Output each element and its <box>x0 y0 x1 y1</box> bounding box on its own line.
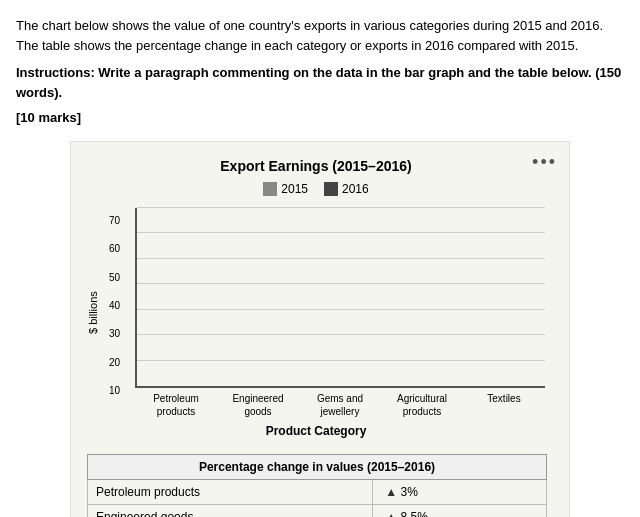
table-row: Engineered goods ▲ 8.5% <box>88 505 547 518</box>
table-cell-value-1: ▲ 3% <box>373 480 547 505</box>
y-tick-50: 50 <box>109 273 120 283</box>
marks-text: [10 marks] <box>16 110 624 125</box>
table-header: Percentage change in values (2015–2016) <box>88 455 547 480</box>
legend-label-2016: 2016 <box>342 182 369 196</box>
chart-inner: Petroleumproducts Engineeredgoods Gems a… <box>103 208 545 418</box>
table-row: Petroleum products ▲ 3% <box>88 480 547 505</box>
chart-container: ••• Export Earnings (2015–2016) 2015 201… <box>70 141 570 517</box>
arrow-up-1: ▲ <box>385 485 397 499</box>
intro-text: The chart below shows the value of one c… <box>16 16 624 55</box>
legend-label-2015: 2015 <box>281 182 308 196</box>
more-button[interactable]: ••• <box>532 152 557 173</box>
instructions-text: Instructions: Write a paragraph commenti… <box>16 63 624 102</box>
table-wrapper: Percentage change in values (2015–2016) … <box>87 454 547 517</box>
y-tick-60: 60 <box>109 244 120 254</box>
arrow-up-2: ▲ <box>385 510 397 517</box>
x-label-petroleum: Petroleumproducts <box>146 392 206 418</box>
table-cell-category-2: Engineered goods <box>88 505 373 518</box>
chart-legend: 2015 2016 <box>87 182 545 196</box>
bars-and-grid <box>135 208 545 388</box>
y-axis-label: $ billions <box>87 208 99 418</box>
legend-2015: 2015 <box>263 182 308 196</box>
y-tick-30: 30 <box>109 329 120 339</box>
table-cell-value-2: ▲ 8.5% <box>373 505 547 518</box>
y-tick-40: 40 <box>109 301 120 311</box>
legend-box-2016 <box>324 182 338 196</box>
intro-sentence1: The chart below shows the value of one c… <box>16 18 603 53</box>
x-label-gems: Gems andjewellery <box>310 392 370 418</box>
chart-title: Export Earnings (2015–2016) <box>87 158 545 174</box>
percentage-table: Percentage change in values (2015–2016) … <box>87 454 547 517</box>
instructions-bold: Instructions: Write a paragraph commenti… <box>16 65 621 100</box>
x-label-textiles: Textiles <box>474 392 534 418</box>
y-tick-70: 70 <box>109 216 120 226</box>
legend-box-2015 <box>263 182 277 196</box>
x-axis-title: Product Category <box>87 424 545 438</box>
x-label-agricultural: Agriculturalproducts <box>392 392 452 418</box>
chart-area: $ billions <box>87 208 545 418</box>
x-label-engineered: Engineeredgoods <box>228 392 288 418</box>
legend-2016: 2016 <box>324 182 369 196</box>
table-cell-category-1: Petroleum products <box>88 480 373 505</box>
x-labels: Petroleumproducts Engineeredgoods Gems a… <box>135 392 545 418</box>
y-axis-numbers: 10 20 30 40 50 60 70 <box>109 216 120 396</box>
y-tick-20: 20 <box>109 358 120 368</box>
y-tick-10: 10 <box>109 386 120 396</box>
